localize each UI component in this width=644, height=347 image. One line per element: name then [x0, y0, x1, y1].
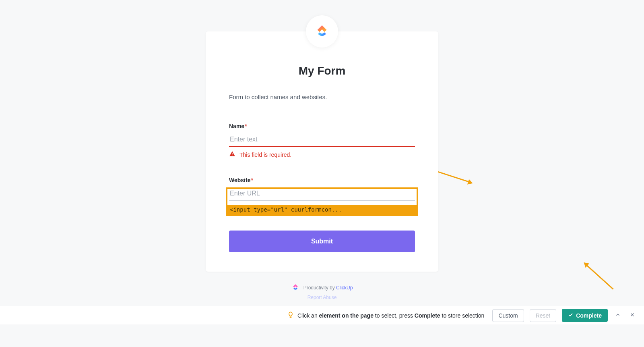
form-description: Form to collect names and websites. — [229, 94, 415, 100]
footer-prefix: Productivity by — [303, 285, 336, 291]
website-input[interactable] — [229, 187, 415, 201]
form-footer: Productivity by ClickUp Report Abuse — [291, 283, 353, 300]
required-asterisk: * — [251, 177, 253, 183]
name-error-text: This field is required. — [239, 152, 291, 158]
hint-bold-2: Complete — [415, 312, 440, 319]
name-field-label: Name* — [229, 123, 415, 129]
toolbar-hint: Click an element on the page to select, … — [287, 311, 485, 320]
brand-logo-badge — [306, 15, 338, 48]
required-asterisk: * — [245, 123, 247, 129]
close-icon — [630, 312, 635, 319]
hint-mid: to select, press — [374, 312, 415, 319]
alert-icon — [229, 151, 235, 158]
svg-rect-0 — [232, 153, 232, 154]
name-label-text: Name — [229, 123, 244, 129]
complete-button[interactable]: Complete — [562, 309, 608, 322]
field-name: Name* This field is required. — [229, 123, 415, 158]
form-title: My Form — [229, 64, 415, 77]
lightbulb-icon — [287, 311, 294, 320]
hint-post: to store selection — [440, 312, 485, 319]
selection-toolbar: Click an element on the page to select, … — [0, 306, 644, 324]
footer-brand-link[interactable]: ClickUp — [336, 285, 353, 291]
reset-button[interactable]: Reset — [530, 309, 557, 322]
clickup-logo-small-icon — [291, 283, 299, 292]
expand-button[interactable] — [613, 310, 622, 320]
form-card: My Form Form to collect names and websit… — [206, 31, 438, 272]
complete-button-label: Complete — [576, 312, 602, 319]
check-icon — [568, 312, 574, 319]
custom-button[interactable]: Custom — [492, 309, 524, 322]
name-input[interactable] — [229, 133, 415, 147]
name-error-row: This field is required. — [229, 151, 415, 158]
submit-button[interactable]: Submit — [229, 231, 415, 252]
close-button[interactable] — [628, 310, 637, 320]
website-field-label: Website* — [229, 177, 415, 183]
svg-rect-1 — [232, 155, 232, 155]
hint-bold-1: element on the page — [319, 312, 374, 319]
website-label-text: Website — [229, 177, 250, 183]
chevron-up-icon — [615, 312, 621, 319]
clickup-logo-icon — [314, 23, 330, 40]
footer-productivity-text: Productivity by ClickUp — [303, 285, 353, 291]
selection-tag: <input type="url" cuurlformcon... — [227, 205, 417, 214]
field-website: Website* <input type="url" cuurlformcon.… — [229, 177, 415, 201]
report-abuse-link[interactable]: Report Abuse — [308, 295, 337, 300]
hint-pre: Click an — [297, 312, 319, 319]
